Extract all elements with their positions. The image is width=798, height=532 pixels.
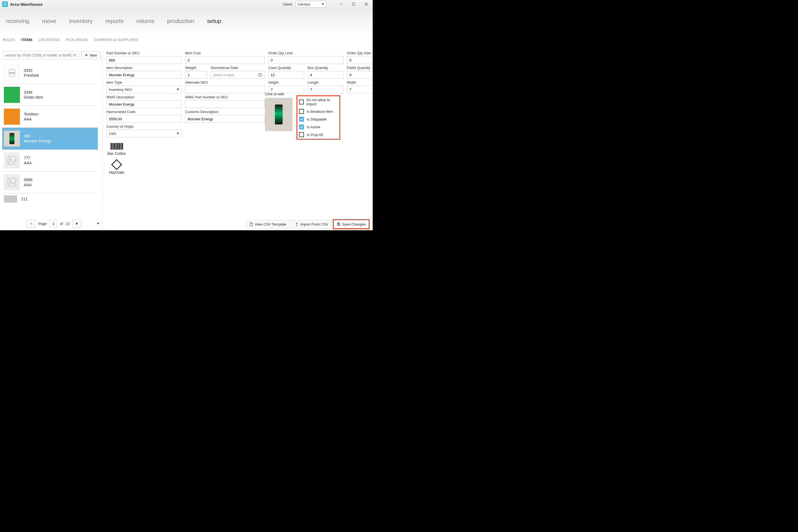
no-import-checkbox[interactable] [299, 99, 304, 104]
chevron-down-icon[interactable] [97, 223, 99, 225]
item-code: 3333 [24, 68, 39, 73]
new-item-button[interactable]: New [81, 51, 100, 59]
country-select[interactable]: USA [107, 130, 182, 137]
item-code: 777 [24, 156, 32, 160]
hazmats-button[interactable]: Hazmats [109, 161, 124, 174]
tab-rules[interactable]: RULES [3, 38, 15, 45]
titlebar: Arca Warehouse Client: Cerritus [0, 0, 373, 8]
pallet-qty-input[interactable] [347, 71, 371, 79]
length-input[interactable] [307, 86, 344, 93]
discontinue-date-input[interactable]: Select a date 14 [211, 71, 265, 79]
import-csv-label: Import From CSV [300, 222, 328, 226]
width-label: Width [347, 80, 371, 84]
weight-input[interactable] [185, 71, 207, 79]
client-select[interactable]: Cerritus [296, 1, 326, 7]
item-thumbnail [4, 174, 20, 190]
item-name: AAA [24, 161, 32, 165]
item-desc-input[interactable] [107, 71, 182, 79]
save-changes-label: Save Changes [342, 222, 366, 226]
list-item[interactable]: 666 Monster Energy [2, 128, 98, 150]
active-checkbox[interactable] [299, 125, 304, 129]
list-item[interactable]: 9999 AAA [2, 172, 98, 193]
window-minimize-button[interactable] [335, 0, 347, 8]
list-item[interactable]: FastBlast 3333 FreshAA [2, 62, 98, 84]
wms-part-input[interactable] [185, 100, 265, 108]
alt-sku-label: Alternate SKU [185, 80, 265, 84]
window-close-button[interactable] [360, 0, 373, 8]
chevron-left-icon [30, 222, 32, 225]
list-item[interactable]: 3334 Green Item [2, 84, 98, 106]
height-label: Height [268, 80, 304, 84]
harm-code-input[interactable] [107, 115, 182, 123]
tab-carriers-suppliers[interactable]: CARRIERS & SUPPLIERS [94, 38, 138, 45]
save-changes-button[interactable]: Save Changes [334, 220, 369, 228]
wms-desc-input[interactable] [107, 100, 182, 108]
nav-receiving[interactable]: receiving [6, 18, 30, 24]
item-type-select[interactable]: Inventory SKU [107, 86, 182, 93]
discontinue-date-label: Discontinue Date [211, 66, 265, 70]
customs-desc-label: Customs Description [185, 110, 265, 114]
order-qty-interval-input[interactable] [347, 56, 371, 64]
file-icon [249, 222, 253, 226]
nav-production[interactable]: production [167, 18, 194, 24]
tab-locations[interactable]: LOCATIONS [39, 38, 60, 45]
svg-text:14: 14 [259, 75, 261, 76]
new-button-label: New [90, 53, 97, 57]
svg-point-11 [9, 75, 15, 77]
item-thumbnail [4, 109, 20, 125]
item-desc-label: Item Description [107, 66, 182, 70]
sub-tabs: RULES ITEMS LOCATIONS PICK AREAS CARRIER… [0, 34, 373, 45]
main-nav: receiving move inventory reports returns… [6, 18, 366, 24]
barcodes-label: Bar Codes [108, 151, 126, 156]
tab-items[interactable]: ITEMS [21, 38, 33, 45]
case-qty-label: Case Quantity [268, 66, 304, 70]
nav-reports[interactable]: reports [106, 18, 124, 24]
pallet-qty-label: Pallet Quantity [347, 66, 371, 70]
chevron-down-icon [321, 3, 324, 5]
nav-inventory[interactable]: inventory [69, 18, 93, 24]
breakout-checkbox[interactable] [299, 109, 304, 114]
item-flags-panel: Do not allow to import Is Breakout Item … [297, 95, 340, 140]
prop65-label: Is Prop 65 [307, 133, 323, 137]
weight-label: Weight [185, 66, 207, 70]
clear-search-icon[interactable] [73, 53, 77, 57]
customs-desc-input[interactable] [185, 115, 265, 123]
order-qty-limit-input[interactable] [268, 56, 344, 64]
alt-sku-input[interactable] [185, 86, 265, 93]
item-cost-label: Item Cost [185, 51, 265, 55]
view-csv-label: View CSV Template [255, 222, 286, 226]
width-input[interactable] [347, 86, 371, 93]
nav-returns[interactable]: returns [136, 18, 154, 24]
item-image[interactable] [265, 98, 292, 131]
case-qty-input[interactable] [268, 71, 304, 79]
svg-rect-2 [353, 3, 355, 5]
list-item[interactable]: 111 [2, 193, 98, 205]
view-csv-template-button[interactable]: View CSV Template [246, 220, 289, 228]
bottom-band [0, 230, 373, 249]
prop65-checkbox[interactable] [299, 132, 304, 137]
box-qty-input[interactable] [307, 71, 344, 79]
item-cost-input[interactable] [185, 56, 265, 64]
part-number-input[interactable] [107, 56, 182, 64]
app-icon [2, 1, 8, 7]
nav-move[interactable]: move [42, 18, 56, 24]
barcodes-button[interactable]: Bar Codes [108, 143, 126, 156]
window-maximize-button[interactable] [347, 0, 360, 8]
item-thumbnail [4, 195, 17, 203]
item-list[interactable]: FastBlast 3333 FreshAA 3334 Green Item [2, 62, 101, 217]
breakout-label: Is Breakout Item [307, 110, 333, 114]
hazmats-label: Hazmats [109, 170, 124, 174]
page-input[interactable] [49, 220, 57, 227]
nav-setup[interactable]: setup [207, 18, 221, 24]
item-code: 666 [24, 134, 51, 138]
client-label: Client: [283, 2, 293, 6]
list-item[interactable]: TestItem AAA [2, 106, 98, 128]
import-csv-button[interactable]: Import From CSV [292, 220, 331, 228]
page-next-button[interactable] [73, 219, 81, 228]
tab-pick-areas[interactable]: PICK AREAS [66, 38, 88, 45]
item-search-input[interactable] [5, 53, 73, 57]
shippable-checkbox[interactable] [299, 117, 304, 122]
active-label: Is Active [307, 125, 320, 129]
list-item[interactable]: 777 AAA [2, 150, 98, 172]
page-prev-button[interactable] [26, 219, 36, 228]
